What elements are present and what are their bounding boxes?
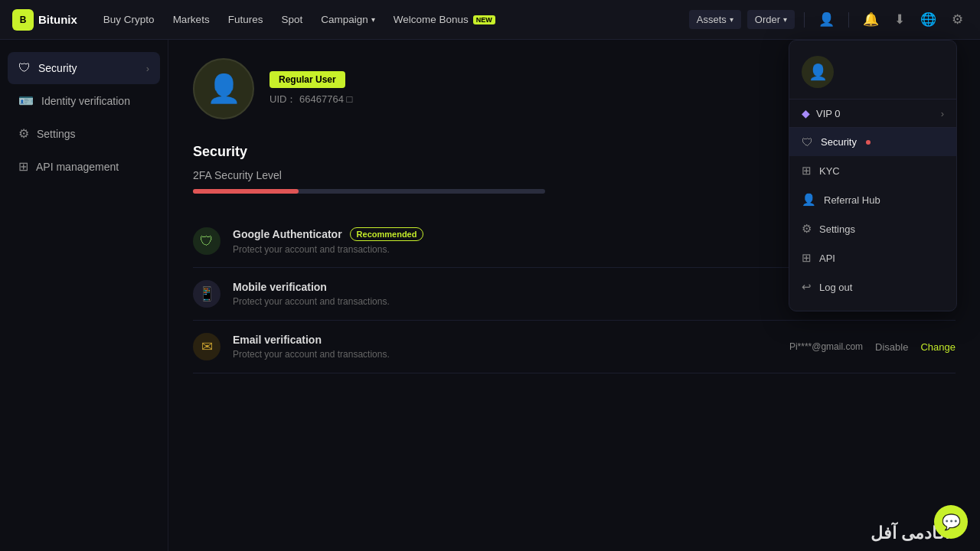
- sidebar-item-identity[interactable]: 🪪 Identity verification: [8, 84, 160, 117]
- disable-button[interactable]: Disable: [875, 341, 908, 353]
- notifications-button[interactable]: 🔔: [858, 8, 884, 31]
- sidebar-label-security: Security: [38, 62, 77, 74]
- id-icon: 🪪: [18, 93, 34, 108]
- download-button[interactable]: ⬇: [890, 8, 910, 31]
- nav-links: Buy Crypto Markets Futures Spot Campaign…: [96, 9, 689, 30]
- diamond-icon: ◆: [802, 107, 810, 119]
- security-item-email: ✉ Email verification Protect your accoun…: [193, 321, 956, 373]
- dp-kyc-item[interactable]: ⊞ KYC: [789, 156, 956, 185]
- shield-icon: 🛡: [802, 135, 813, 148]
- settings-icon: ⚙: [802, 222, 812, 236]
- nav-divider: [804, 12, 805, 28]
- dp-settings-item[interactable]: ⚙ Settings: [789, 214, 956, 243]
- nav-futures[interactable]: Futures: [220, 9, 271, 30]
- dp-logout-item[interactable]: ↩ Log out: [789, 272, 956, 302]
- sidebar-label-identity: Identity verification: [41, 95, 130, 107]
- logout-icon: ↩: [802, 280, 812, 294]
- chat-bubble-button[interactable]: 💬: [934, 505, 968, 539]
- api-icon: ⊞: [18, 159, 28, 174]
- logo[interactable]: B Bitunix: [12, 9, 77, 31]
- nav-markets[interactable]: Markets: [165, 9, 217, 30]
- sidebar-label-api: API management: [36, 161, 119, 173]
- dp-referral-item[interactable]: 👤 Referral Hub: [789, 185, 956, 214]
- vip-label: VIP 0: [816, 108, 841, 119]
- security-dot: [866, 140, 871, 145]
- dp-api-label: API: [819, 253, 835, 264]
- logo-text: Bitunix: [38, 13, 77, 26]
- dropdown-avatar-circle: 👤: [802, 56, 834, 88]
- dp-logout-label: Log out: [819, 282, 852, 293]
- sidebar-item-security[interactable]: 🛡 Security ›: [8, 52, 160, 84]
- security-progress-bar: [193, 189, 545, 194]
- shield-icon: 🛡: [18, 61, 31, 75]
- dp-api-item[interactable]: ⊞ API: [789, 243, 956, 272]
- dropdown-avatar: 👤: [789, 50, 956, 99]
- mobile-icon: 📱: [193, 280, 220, 308]
- api-grid-icon: ⊞: [802, 251, 812, 265]
- referral-icon: 👤: [802, 193, 816, 207]
- nav-buy-crypto[interactable]: Buy Crypto: [96, 9, 162, 30]
- nav-welcome-bonus[interactable]: Welcome Bonus NEW: [386, 9, 503, 30]
- change-button[interactable]: Change: [920, 341, 956, 353]
- email-icon: ✉: [193, 333, 220, 360]
- avatar: 👤: [193, 58, 254, 119]
- nav-campaign[interactable]: Campaign ▾: [313, 9, 383, 30]
- sidebar-item-api[interactable]: ⊞ API management: [8, 150, 160, 183]
- settings-icon-button[interactable]: ⚙: [947, 8, 968, 31]
- nav-right: Assets ▾ Order ▾ 👤 🔔 ⬇ 🌐 ⚙: [689, 8, 968, 31]
- chevron-down-icon: ▾: [783, 15, 787, 24]
- profile-details: Regular User UID： 66467764 □: [270, 71, 352, 106]
- dp-referral-label: Referral Hub: [824, 194, 880, 206]
- profile-icon-button[interactable]: 👤: [814, 8, 839, 31]
- dp-security-item[interactable]: 🛡 Security: [789, 128, 956, 156]
- chevron-right-icon: ›: [146, 63, 149, 74]
- dp-kyc-label: KYC: [819, 165, 840, 177]
- top-navigation: B Bitunix Buy Crypto Markets Futures Spo…: [0, 0, 980, 40]
- mobile-title: Mobile verification: [233, 281, 327, 293]
- language-button[interactable]: 🌐: [916, 8, 941, 31]
- dp-security-label: Security: [821, 136, 857, 148]
- sidebar-item-settings[interactable]: ⚙ Settings: [8, 117, 160, 150]
- dp-settings-label: Settings: [819, 223, 855, 235]
- nav-spot[interactable]: Spot: [273, 9, 310, 30]
- chevron-down-icon: ▾: [371, 15, 375, 24]
- assets-button[interactable]: Assets ▾: [689, 10, 741, 29]
- progress-bar-fill: [193, 189, 299, 194]
- regular-user-badge: Regular User: [270, 71, 345, 88]
- google-auth-icon: 🛡: [193, 227, 220, 255]
- sidebar: 🛡 Security › 🪪 Identity verification ⚙ S…: [0, 40, 168, 551]
- logo-icon: B: [12, 9, 34, 31]
- sidebar-label-settings: Settings: [37, 128, 76, 140]
- order-button[interactable]: Order ▾: [747, 10, 795, 29]
- new-badge: NEW: [473, 15, 495, 24]
- nav-divider-2: [848, 12, 849, 28]
- google-auth-title: Google Authenticator: [233, 228, 342, 240]
- email-desc: Protect your account and transactions.: [233, 349, 777, 360]
- uid-text: UID： 66467764 □: [270, 93, 352, 106]
- chevron-down-icon: ▾: [730, 15, 733, 24]
- email-title: Email verification: [233, 334, 322, 346]
- user-dropdown-panel: 👤 ◆ VIP 0 › 🛡 Security ⊞ KYC 👤 Referral …: [789, 40, 957, 311]
- kyc-icon: ⊞: [802, 164, 812, 178]
- email-address: Pi****@gmail.com: [789, 341, 863, 352]
- vip-item[interactable]: ◆ VIP 0 ›: [789, 99, 956, 128]
- chevron-right-icon: ›: [941, 108, 944, 119]
- gear-icon: ⚙: [18, 126, 29, 141]
- recommended-badge: Recommended: [350, 227, 424, 241]
